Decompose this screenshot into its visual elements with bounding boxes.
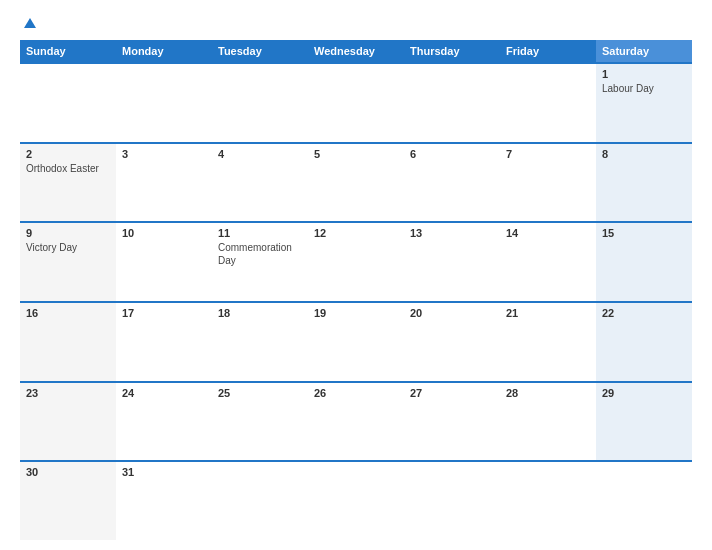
calendar-cell	[404, 64, 500, 142]
calendar-row-5: 3031	[20, 460, 692, 540]
cell-day-number: 25	[218, 387, 302, 399]
calendar-cell	[308, 462, 404, 540]
logo-triangle-icon	[24, 18, 36, 28]
calendar-cell	[596, 462, 692, 540]
cell-day-number: 13	[410, 227, 494, 239]
cell-day-number: 11	[218, 227, 302, 239]
cell-day-number: 27	[410, 387, 494, 399]
calendar-cell	[308, 64, 404, 142]
calendar-cell: 20	[404, 303, 500, 381]
cell-day-number: 24	[122, 387, 206, 399]
weekday-header-thursday: Thursday	[404, 40, 500, 62]
cell-day-number: 7	[506, 148, 590, 160]
calendar-cell: 30	[20, 462, 116, 540]
calendar-cell: 17	[116, 303, 212, 381]
calendar-cell: 1Labour Day	[596, 64, 692, 142]
cell-day-number: 3	[122, 148, 206, 160]
cell-day-number: 23	[26, 387, 110, 399]
calendar-cell	[212, 462, 308, 540]
calendar-cell: 31	[116, 462, 212, 540]
calendar-cell: 18	[212, 303, 308, 381]
cell-day-number: 5	[314, 148, 398, 160]
calendar-cell: 12	[308, 223, 404, 301]
calendar-cell: 22	[596, 303, 692, 381]
weekday-header-friday: Friday	[500, 40, 596, 62]
cell-day-number: 9	[26, 227, 110, 239]
cell-day-number: 12	[314, 227, 398, 239]
calendar-cell	[212, 64, 308, 142]
cell-event-label: Orthodox Easter	[26, 163, 99, 174]
calendar-row-4: 23242526272829	[20, 381, 692, 461]
cell-day-number: 29	[602, 387, 686, 399]
cell-day-number: 17	[122, 307, 206, 319]
calendar-cell	[500, 462, 596, 540]
calendar-row-1: 2Orthodox Easter345678	[20, 142, 692, 222]
calendar-cell: 28	[500, 383, 596, 461]
cell-day-number: 30	[26, 466, 110, 478]
calendar-cell: 9Victory Day	[20, 223, 116, 301]
cell-day-number: 26	[314, 387, 398, 399]
cell-day-number: 18	[218, 307, 302, 319]
logo-blue-text	[20, 18, 36, 28]
calendar-cell: 14	[500, 223, 596, 301]
cell-day-number: 22	[602, 307, 686, 319]
calendar-cell: 5	[308, 144, 404, 222]
calendar-cell: 25	[212, 383, 308, 461]
calendar-cell: 11Commemoration Day	[212, 223, 308, 301]
cell-event-label: Commemoration Day	[218, 242, 292, 266]
cell-day-number: 19	[314, 307, 398, 319]
calendar-row-0: 1Labour Day	[20, 62, 692, 142]
logo	[20, 18, 36, 28]
calendar-cell: 24	[116, 383, 212, 461]
calendar-row-3: 16171819202122	[20, 301, 692, 381]
calendar-body: 1Labour Day2Orthodox Easter3456789Victor…	[20, 62, 692, 540]
cell-day-number: 4	[218, 148, 302, 160]
calendar-cell: 27	[404, 383, 500, 461]
cell-event-label: Labour Day	[602, 83, 654, 94]
cell-day-number: 10	[122, 227, 206, 239]
calendar-cell: 3	[116, 144, 212, 222]
calendar-row-2: 9Victory Day1011Commemoration Day1213141…	[20, 221, 692, 301]
cell-day-number: 1	[602, 68, 686, 80]
cell-day-number: 14	[506, 227, 590, 239]
cell-day-number: 20	[410, 307, 494, 319]
calendar-cell	[404, 462, 500, 540]
weekday-header-sunday: Sunday	[20, 40, 116, 62]
calendar-cell: 7	[500, 144, 596, 222]
calendar-page: SundayMondayTuesdayWednesdayThursdayFrid…	[0, 0, 712, 550]
weekday-header-monday: Monday	[116, 40, 212, 62]
calendar-cell: 13	[404, 223, 500, 301]
calendar-cell: 21	[500, 303, 596, 381]
cell-event-label: Victory Day	[26, 242, 77, 253]
header	[20, 18, 692, 28]
weekday-header-wednesday: Wednesday	[308, 40, 404, 62]
calendar-cell: 6	[404, 144, 500, 222]
cell-day-number: 21	[506, 307, 590, 319]
calendar: SundayMondayTuesdayWednesdayThursdayFrid…	[20, 40, 692, 540]
calendar-cell: 19	[308, 303, 404, 381]
calendar-cell	[20, 64, 116, 142]
cell-day-number: 8	[602, 148, 686, 160]
calendar-cell: 16	[20, 303, 116, 381]
calendar-cell: 10	[116, 223, 212, 301]
calendar-cell: 29	[596, 383, 692, 461]
calendar-cell	[500, 64, 596, 142]
calendar-cell: 8	[596, 144, 692, 222]
cell-day-number: 2	[26, 148, 110, 160]
cell-day-number: 16	[26, 307, 110, 319]
calendar-header-row: SundayMondayTuesdayWednesdayThursdayFrid…	[20, 40, 692, 62]
cell-day-number: 15	[602, 227, 686, 239]
calendar-cell: 2Orthodox Easter	[20, 144, 116, 222]
calendar-cell: 15	[596, 223, 692, 301]
calendar-cell: 23	[20, 383, 116, 461]
calendar-cell: 4	[212, 144, 308, 222]
calendar-cell	[116, 64, 212, 142]
cell-day-number: 28	[506, 387, 590, 399]
cell-day-number: 31	[122, 466, 206, 478]
weekday-header-saturday: Saturday	[596, 40, 692, 62]
calendar-cell: 26	[308, 383, 404, 461]
cell-day-number: 6	[410, 148, 494, 160]
weekday-header-tuesday: Tuesday	[212, 40, 308, 62]
